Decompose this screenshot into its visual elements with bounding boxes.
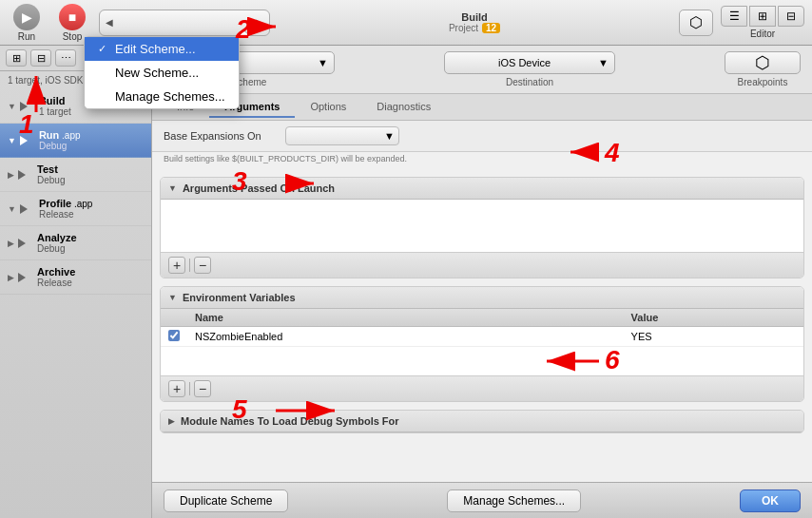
dropdown-item-edit-label: Edit Scheme... — [115, 42, 196, 56]
stop-label: Stop — [63, 31, 83, 42]
env-row-checkbox[interactable] — [168, 330, 180, 341]
arguments-section-title: Arguments Passed On Launch — [183, 182, 335, 194]
destination-label: Destination — [506, 77, 553, 87]
env-section-header[interactable]: ▼ Environment Variables — [161, 287, 803, 309]
run-sub: Debug — [39, 141, 81, 151]
build-subtitle: Project 12 — [449, 23, 500, 33]
env-table-row: NSZombieEnabled YES — [161, 327, 803, 347]
scheme-dropdown-arrow: ▼ — [318, 57, 328, 68]
arguments-section-header[interactable]: ▼ Arguments Passed On Launch — [161, 178, 803, 200]
test-play-icon — [18, 167, 33, 182]
duplicate-scheme-button[interactable]: Duplicate Scheme — [164, 489, 288, 512]
editor-btn-3[interactable]: ⊟ — [778, 6, 804, 27]
tabs-row: Info Arguments Options Diagnostics — [152, 94, 812, 121]
arguments-add-remove-row: + − — [161, 252, 803, 278]
build-play-icon — [20, 99, 35, 114]
dropdown-item-edit[interactable]: ✓ Edit Scheme... — [85, 37, 239, 61]
arguments-expand-icon: ▼ — [168, 183, 177, 193]
run-label: Run — [18, 31, 35, 42]
env-name-col: Name — [187, 309, 624, 327]
profile-play-icon — [20, 201, 35, 217]
test-sub: Debug — [37, 175, 65, 185]
module-section-header[interactable]: ▶ Module Names To Load Debug Symbols For — [161, 411, 803, 432]
tab-diagnostics[interactable]: Diagnostics — [361, 97, 446, 118]
run-play-icon — [20, 133, 35, 148]
scheme-dropdown-menu: ✓ Edit Scheme... New Scheme... Manage Sc… — [84, 36, 240, 109]
base-expansions-arrow: ▼ — [384, 130, 395, 142]
archive-name: Archive — [37, 266, 75, 278]
dropdown-item-new[interactable]: New Scheme... — [85, 61, 239, 85]
scheme-right-arrow[interactable]: ▶ — [254, 15, 265, 29]
toolbar-center: Build Project 12 — [278, 11, 671, 33]
check-icon: ✓ — [98, 43, 109, 55]
main-area: ⊞ ⊟ ⋯ 1 target, iOS SDK 5.0 ▼ Build 1 ta… — [0, 46, 812, 518]
env-section: ▼ Environment Variables Name Value — [160, 286, 804, 402]
manage-schemes-button[interactable]: Manage Schemes... — [447, 489, 581, 512]
breakpoints-section: ⬡ Breakpoints — [725, 51, 801, 87]
dropdown-item-manage[interactable]: Manage Schemes... — [85, 85, 239, 108]
arguments-section-body — [161, 200, 803, 252]
sidebar-btn-1[interactable]: ⊞ — [6, 49, 27, 67]
analyze-expand-icon: ▶ — [8, 239, 14, 248]
content-area: Base Expansions On ▼ Build settings like… — [152, 121, 812, 482]
sidebar-item-archive[interactable]: ▶ Archive Release — [0, 260, 151, 295]
env-empty-space — [161, 347, 803, 375]
destination-dropdown[interactable]: iOS Device ▼ — [444, 51, 615, 74]
dropdown-arrow — [237, 30, 250, 37]
analyze-sub: Debug — [37, 243, 77, 254]
arguments-section: ▼ Arguments Passed On Launch + − — [160, 177, 804, 278]
editor-btn-1[interactable]: ☰ — [721, 6, 747, 27]
breakpoints-dropdown[interactable]: ⬡ — [725, 51, 801, 74]
env-table: Name Value NSZombieEnabled YES — [161, 309, 803, 347]
sidebar-item-test[interactable]: ▶ Test Debug — [0, 158, 151, 192]
sidebar-btn-3[interactable]: ⋯ — [55, 49, 76, 67]
destination-value: iOS Device — [451, 57, 598, 68]
env-add-button[interactable]: + — [168, 380, 185, 397]
breakpoints-label: Breakpoints — [738, 77, 788, 87]
sidebar-item-profile[interactable]: ▼ Profile .app Release — [0, 192, 151, 226]
archive-expand-icon: ▶ — [8, 273, 14, 282]
editor-btn-2[interactable]: ⊞ — [749, 6, 776, 27]
project-label: Project — [449, 23, 478, 33]
module-section-title: Module Names To Load Debug Symbols For — [181, 415, 399, 427]
tab-options[interactable]: Options — [295, 97, 361, 118]
arguments-add-button[interactable]: + — [168, 257, 185, 274]
build-name: Build — [39, 95, 71, 106]
sidebar-btn-2[interactable]: ⊟ — [30, 49, 51, 67]
dropdown-item-manage-label: Manage Schemes... — [115, 89, 225, 104]
base-expansions-hint: Build settings like $(BUILT_PRODUCTS_DIR… — [152, 152, 812, 169]
base-expansions-label: Base Expansions On — [164, 130, 278, 142]
test-expand-icon: ▶ — [8, 170, 14, 180]
destination-dropdown-arrow: ▼ — [598, 57, 609, 68]
env-row-value: YES — [624, 327, 803, 347]
breakpoint-button[interactable]: ⬡ — [679, 10, 713, 36]
right-panel: ▼ Scheme iOS Device ▼ Destination ⬡ Brea… — [152, 46, 812, 518]
destination-section: iOS Device ▼ Destination — [444, 51, 615, 87]
sidebar-item-run[interactable]: ▼ Run .app Debug — [0, 124, 151, 158]
ok-button[interactable]: OK — [740, 489, 801, 512]
env-value-col: Value — [624, 309, 803, 327]
sidebar-item-analyze[interactable]: ▶ Analyze Debug — [0, 226, 151, 260]
build-sub: 1 target — [39, 106, 71, 117]
env-expand-icon: ▼ — [168, 293, 177, 302]
profile-expand-icon: ▼ — [8, 204, 16, 214]
env-section-title: Environment Variables — [183, 292, 296, 303]
scheme-bar: ▼ Scheme iOS Device ▼ Destination ⬡ Brea… — [152, 46, 812, 94]
breakpoint-icon: ⬡ — [689, 13, 703, 31]
archive-sub: Release — [37, 278, 75, 288]
run-name: Run .app — [39, 129, 81, 141]
profile-name: Profile .app — [39, 198, 92, 209]
profile-sub: Release — [39, 209, 92, 220]
env-remove-button[interactable]: − — [194, 380, 211, 397]
run-button[interactable]: ▶ Run — [8, 4, 46, 42]
arguments-remove-button[interactable]: − — [194, 257, 211, 274]
add-remove-separator-1 — [189, 259, 190, 272]
build-title: Build — [461, 11, 488, 23]
sidebar: ⊞ ⊟ ⋯ 1 target, iOS SDK 5.0 ▼ Build 1 ta… — [0, 46, 152, 518]
dropdown-item-new-label: New Scheme... — [115, 66, 199, 80]
build-expand-icon: ▼ — [8, 102, 16, 111]
scheme-left-arrow[interactable]: ◀ — [104, 15, 115, 29]
analyze-name: Analyze — [37, 232, 77, 243]
run-icon: ▶ — [13, 4, 40, 30]
base-expansions-dropdown[interactable]: ▼ — [285, 126, 399, 145]
